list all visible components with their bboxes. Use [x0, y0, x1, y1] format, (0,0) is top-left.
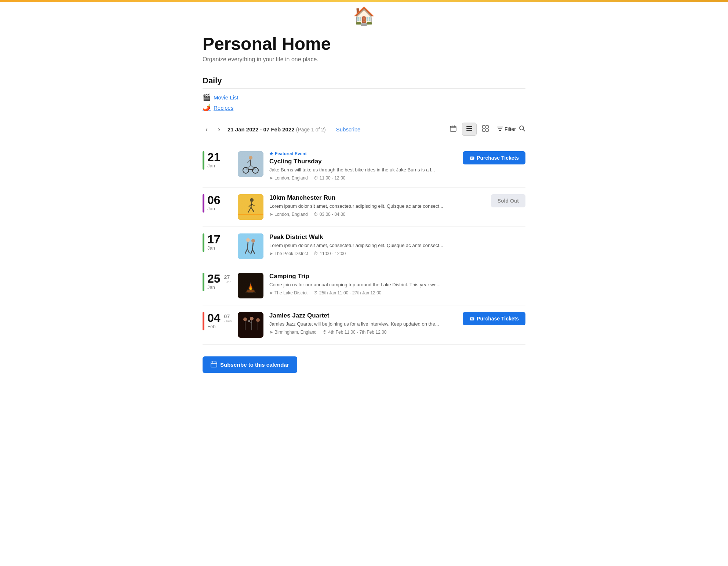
event-item: 21 Jan: [203, 145, 525, 188]
event-day: 17: [207, 233, 221, 245]
purchase-tickets-button-jazz[interactable]: 🎟 Purchase Tickets: [463, 312, 525, 325]
daily-link-recipes[interactable]: 🌶️ Recipes: [203, 104, 525, 112]
filter-icon: [497, 126, 503, 133]
event-month: Jan: [207, 245, 215, 251]
event-date-text: 06 Jan: [207, 194, 221, 211]
subscribe-link[interactable]: Subscribe: [336, 126, 361, 133]
event-actions: Sold Out: [491, 194, 525, 207]
event-end-date: 07 - Feb: [224, 312, 232, 323]
svg-point-52: [248, 320, 250, 322]
purchase-tickets-button[interactable]: 🎟 Purchase Tickets: [463, 151, 525, 164]
location-icon: ➤: [269, 251, 273, 256]
event-image: [238, 151, 263, 177]
event-date-block: 06 Jan: [203, 194, 232, 213]
filter-label: Filter: [505, 126, 516, 132]
event-date-text: 21 Jan: [207, 151, 221, 168]
event-content: Jamies Jazz Quartet Jamies Jazz Quartet …: [269, 312, 457, 335]
location-icon: ➤: [269, 290, 273, 295]
daily-link-movies[interactable]: 🎬 Movie List: [203, 93, 525, 101]
event-date-block: 17 Jan: [203, 233, 232, 252]
event-description: Come join us for our annual camping trip…: [269, 282, 525, 288]
page-info: (Page 1 of 2): [296, 127, 326, 133]
event-description: Lorem ipsum dolor sit amet, consectetur …: [269, 242, 525, 249]
star-icon: ★: [269, 151, 273, 156]
event-month: Jan: [207, 163, 215, 168]
page-emoji: 🏠: [203, 2, 525, 26]
event-color-bar: [203, 312, 204, 330]
event-item: 17 Jan: [203, 227, 525, 266]
event-content: Peak District Walk Lorem ipsum dolor sit…: [269, 233, 525, 256]
event-title: Cycling Thursday: [269, 158, 457, 165]
event-title: Jamies Jazz Quartet: [269, 312, 457, 319]
event-item: 25 Jan 27 - Jan: [203, 266, 525, 305]
calendar-view-btn[interactable]: [446, 123, 461, 136]
svg-line-12: [523, 129, 525, 131]
event-date-text: 25 Jan: [207, 273, 221, 290]
svg-point-32: [251, 239, 255, 243]
svg-rect-10: [486, 129, 488, 131]
next-button[interactable]: ›: [215, 124, 223, 135]
event-day: 25: [207, 273, 221, 284]
event-location: ➤ The Peak District: [269, 251, 308, 256]
event-location: ➤ Birmingham, England: [269, 330, 317, 335]
svg-point-23: [250, 198, 254, 202]
svg-rect-8: [486, 126, 488, 128]
featured-label: Featured Event: [275, 151, 307, 156]
event-actions: 🎟 Purchase Tickets: [463, 151, 525, 164]
subscribe-calendar-button[interactable]: Subscribe to this calendar: [203, 356, 297, 373]
grid-view-btn[interactable]: [478, 123, 493, 136]
prev-button[interactable]: ‹: [203, 124, 211, 135]
event-image: [238, 194, 263, 220]
event-date-block: 04 Feb 07 - Feb: [203, 312, 232, 330]
calendar-view-icon: [450, 127, 456, 133]
event-item: 04 Feb 07 - Feb: [203, 305, 525, 345]
event-day: 21: [207, 151, 221, 163]
clock-icon: ⏱: [314, 212, 318, 217]
event-month: Jan: [207, 284, 215, 290]
event-title: 10km Manchester Run: [269, 194, 485, 202]
event-title: Peak District Walk: [269, 233, 525, 241]
event-location: ➤ The Lake District: [269, 290, 307, 295]
list-view-btn[interactable]: [462, 123, 477, 136]
movie-link-label: Movie List: [214, 94, 239, 101]
event-meta: ➤ London, England ⏱ 03:00 - 04:00: [269, 212, 485, 217]
page-title: Personal Home: [203, 34, 525, 54]
view-controls: Filter: [446, 123, 525, 136]
daily-section-title: Daily: [203, 76, 525, 86]
event-content: 10km Manchester Run Lorem ipsum dolor si…: [269, 194, 485, 217]
event-color-bar: [203, 194, 204, 213]
svg-point-47: [256, 318, 260, 322]
event-meta: ➤ The Peak District ⏱ 11:00 - 12:00: [269, 251, 525, 256]
svg-point-31: [246, 238, 250, 242]
svg-point-46: [250, 317, 254, 320]
grid-view-icon: [482, 127, 489, 133]
event-meta: ➤ London, England ⏱ 11:00 - 12:00: [269, 175, 457, 181]
event-list: 21 Jan: [203, 145, 525, 345]
event-time: ⏱ 25th Jan 11:00 - 27th Jan 12:00: [313, 290, 381, 295]
event-month: Feb: [207, 324, 215, 329]
filter-button[interactable]: Filter: [497, 126, 516, 133]
event-time: ⏱ 4th Feb 11:00 - 7th Feb 12:00: [323, 330, 387, 335]
clock-icon: ⏱: [314, 251, 318, 256]
event-content: ★ Featured Event Cycling Thursday Jake B…: [269, 151, 457, 181]
event-date-block: 21 Jan: [203, 151, 232, 170]
event-color-bar: [203, 233, 204, 252]
recipe-icon: 🌶️: [203, 104, 211, 112]
search-button[interactable]: [519, 125, 525, 134]
svg-rect-0: [450, 126, 456, 131]
clock-icon: ⏱: [313, 290, 318, 295]
date-range: 21 Jan 2022 - 07 Feb 2022 (Page 1 of 2): [228, 126, 326, 133]
svg-rect-9: [483, 129, 485, 131]
location-icon: ➤: [269, 330, 273, 335]
event-actions: 🎟 Purchase Tickets: [463, 312, 525, 325]
calendar-subscribe-icon: [211, 361, 217, 369]
section-divider: [203, 88, 525, 89]
chevron-left-icon: ‹: [205, 126, 208, 133]
event-description: Jake Burns will take us through the best…: [269, 167, 457, 173]
event-meta: ➤ Birmingham, England ⏱ 4th Feb 11:00 - …: [269, 330, 457, 335]
svg-rect-30: [238, 233, 263, 259]
search-icon: [519, 126, 525, 133]
event-image: [238, 233, 263, 259]
calendar-controls: ‹ › 21 Jan 2022 - 07 Feb 2022 (Page 1 of…: [203, 123, 525, 136]
event-date-text: 04 Feb: [207, 312, 221, 329]
